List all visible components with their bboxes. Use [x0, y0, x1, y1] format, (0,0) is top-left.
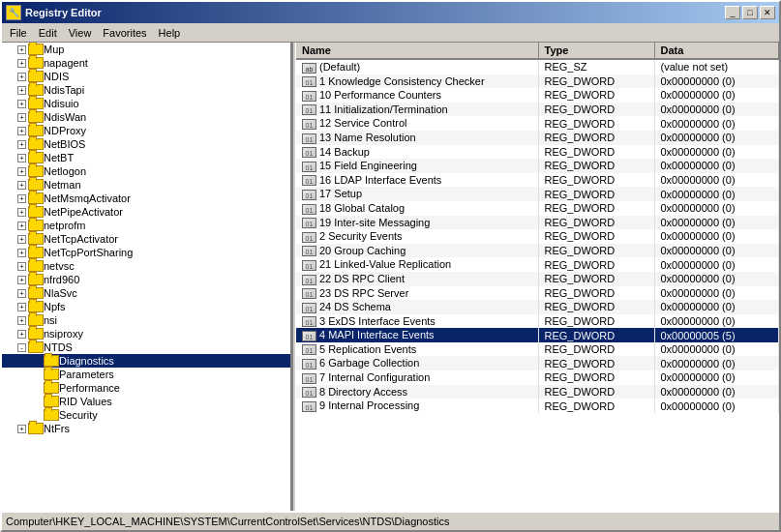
registry-scroll[interactable]: Name Type Data ab(Default) REG_SZ (value… [296, 43, 779, 511]
tree-item-performance[interactable]: Performance [2, 381, 290, 395]
tree-label-ndis: NDIS [44, 71, 69, 82]
menu-edit[interactable]: Edit [33, 25, 63, 41]
registry-row[interactable]: 0119 Inter-site Messaging REG_DWORD 0x00… [296, 216, 779, 230]
registry-row[interactable]: 0117 Setup REG_DWORD 0x00000000 (0) [296, 187, 779, 201]
tree-item-nsiproxy[interactable]: + nsiproxy [2, 327, 290, 340]
registry-cell-data: 0x00000000 (0) [654, 385, 779, 399]
expand-netlogon[interactable]: + [17, 167, 26, 176]
expand-netprofm[interactable]: + [17, 222, 26, 230]
registry-row[interactable]: 0116 LDAP Interface Events REG_DWORD 0x0… [296, 173, 779, 188]
tree-item-netmsmqactivator[interactable]: + NetMsmqActivator [2, 192, 290, 205]
registry-row[interactable]: ab(Default) REG_SZ (value not set) [296, 59, 779, 74]
registry-row[interactable]: 0112 Service Control REG_DWORD 0x0000000… [296, 116, 779, 131]
expand-ndiswan[interactable]: + [17, 113, 26, 122]
registry-row[interactable]: 0122 DS RPC Client REG_DWORD 0x00000000 … [296, 272, 779, 286]
expand-netman[interactable]: + [17, 181, 26, 190]
registry-row[interactable]: 017 Internal Configuration REG_DWORD 0x0… [296, 370, 779, 385]
tree-item-ndistapi[interactable]: + NdisTapi [2, 83, 290, 97]
expand-netbt[interactable]: + [17, 154, 26, 163]
registry-row[interactable]: 012 Security Events REG_DWORD 0x00000000… [296, 229, 779, 244]
expand-nsi[interactable]: + [17, 316, 26, 325]
registry-row[interactable]: 015 Replication Events REG_DWORD 0x00000… [296, 342, 779, 357]
tree-item-netprofm[interactable]: + netprofm [2, 219, 290, 232]
tree-item-mup[interactable]: + Mup [2, 43, 290, 56]
minimize-button[interactable]: _ [725, 6, 740, 19]
tree-item-ndiswan[interactable]: + NdisWan [2, 110, 290, 124]
tree-item-ntfrs[interactable]: + NtFrs [2, 422, 290, 435]
menu-view[interactable]: View [63, 25, 98, 41]
expand-netvsc[interactable]: + [17, 262, 26, 271]
registry-row[interactable]: 0114 Backup REG_DWORD 0x00000000 (0) [296, 145, 779, 160]
tree-label-security: Security [59, 409, 98, 421]
tree-item-npfs[interactable]: + Npfs [2, 300, 290, 313]
menu-favorites[interactable]: Favorites [97, 25, 152, 41]
expand-npfs[interactable]: + [17, 303, 26, 311]
tree-item-netbt[interactable]: + NetBT [2, 151, 290, 164]
tree-item-parameters[interactable]: Parameters [2, 368, 290, 381]
tree-item-nfrd960[interactable]: + nfrd960 [2, 273, 290, 286]
tree-item-netvsc[interactable]: + netvsc [2, 259, 290, 273]
tree-item-netman[interactable]: + Netman [2, 178, 290, 192]
tree-item-nlasvc[interactable]: + NlaSvc [2, 286, 290, 300]
registry-row[interactable]: 0111 Initialization/Termination REG_DWOR… [296, 103, 779, 117]
tree-item-ndproxy[interactable]: + NDProxy [2, 124, 290, 137]
col-name[interactable]: Name [296, 43, 538, 59]
tree-item-nsi[interactable]: + nsi [2, 313, 290, 327]
registry-row[interactable]: 0115 Field Engineering REG_DWORD 0x00000… [296, 159, 779, 173]
registry-cell-name: 0124 DS Schema [296, 300, 538, 314]
folder-icon-ntds [28, 341, 44, 353]
tree-item-ridvalues[interactable]: RID Values [2, 395, 290, 408]
registry-cell-name: 0123 DS RPC Server [296, 286, 538, 301]
tree-item-napagent[interactable]: + napagent [2, 56, 290, 70]
registry-row[interactable]: 013 ExDS Interface Events REG_DWORD 0x00… [296, 314, 779, 329]
tree-item-nettcpactivator[interactable]: + NetTcpActivator [2, 232, 290, 246]
registry-row[interactable]: 014 MAPI Interface Events REG_DWORD 0x00… [296, 328, 779, 342]
expand-napagent[interactable]: + [17, 59, 26, 68]
tree-item-security[interactable]: Security [2, 408, 290, 422]
col-type[interactable]: Type [538, 43, 654, 59]
registry-row[interactable]: 016 Garbage Collection REG_DWORD 0x00000… [296, 356, 779, 370]
registry-row[interactable]: 011 Knowledge Consistency Checker REG_DW… [296, 74, 779, 89]
expand-ntds[interactable]: - [17, 343, 26, 352]
registry-row[interactable]: 0124 DS Schema REG_DWORD 0x00000000 (0) [296, 300, 779, 314]
menu-file[interactable]: File [4, 25, 33, 41]
registry-row[interactable]: 0110 Performance Counters REG_DWORD 0x00… [296, 88, 779, 103]
close-button[interactable]: ✕ [760, 6, 775, 19]
registry-row[interactable]: 018 Directory Access REG_DWORD 0x0000000… [296, 385, 779, 399]
expand-ndis[interactable]: + [17, 73, 26, 81]
expand-ndproxy[interactable]: + [17, 127, 26, 135]
tree-scroll[interactable]: + Mup + napagent + NDIS [2, 43, 290, 511]
expand-netpipeactivator[interactable]: + [17, 208, 26, 217]
expand-ndisuio[interactable]: + [17, 100, 26, 108]
registry-row[interactable]: 0121 Linked-Value Replication REG_DWORD … [296, 257, 779, 272]
tree-item-nettcpportsharing[interactable]: + NetTcpPortSharing [2, 246, 290, 259]
registry-row[interactable]: 0118 Global Catalog REG_DWORD 0x00000000… [296, 201, 779, 216]
tree-item-diagnostics[interactable]: Diagnostics [2, 354, 290, 368]
col-data[interactable]: Data [654, 43, 779, 59]
expand-ntfrs[interactable]: + [17, 425, 26, 433]
expand-ndistapi[interactable]: + [17, 86, 26, 95]
expand-nfrd960[interactable]: + [17, 276, 26, 284]
menu-help[interactable]: Help [153, 25, 187, 41]
tree-item-netbios[interactable]: + NetBIOS [2, 137, 290, 151]
tree-item-netpipeactivator[interactable]: + NetPipeActivator [2, 205, 290, 219]
expand-netmsmqactivator[interactable]: + [17, 194, 26, 203]
tree-label-nettcpactivator: NetTcpActivator [44, 233, 118, 245]
expand-nlasvc[interactable]: + [17, 289, 26, 298]
tree-item-netlogon[interactable]: + Netlogon [2, 164, 290, 178]
tree-item-ndis[interactable]: + NDIS [2, 70, 290, 83]
maximize-button[interactable]: □ [742, 6, 758, 19]
tree-item-ndisuio[interactable]: + Ndisuio [2, 97, 290, 110]
expand-netbios[interactable]: + [17, 140, 26, 149]
registry-cell-data: 0x00000000 (0) [654, 173, 779, 188]
registry-row[interactable]: 019 Internal Processing REG_DWORD 0x0000… [296, 399, 779, 413]
folder-icon-netpipeactivator [28, 206, 44, 218]
expand-nettcpactivator[interactable]: + [17, 235, 26, 244]
registry-row[interactable]: 0113 Name Resolution REG_DWORD 0x0000000… [296, 131, 779, 145]
tree-item-ntds[interactable]: - NTDS [2, 340, 290, 354]
expand-nettcpportsharing[interactable]: + [17, 249, 26, 257]
expand-nsiproxy[interactable]: + [17, 330, 26, 339]
registry-row[interactable]: 0120 Group Caching REG_DWORD 0x00000000 … [296, 244, 779, 258]
expand-mup[interactable]: + [17, 45, 26, 54]
registry-row[interactable]: 0123 DS RPC Server REG_DWORD 0x00000000 … [296, 286, 779, 301]
